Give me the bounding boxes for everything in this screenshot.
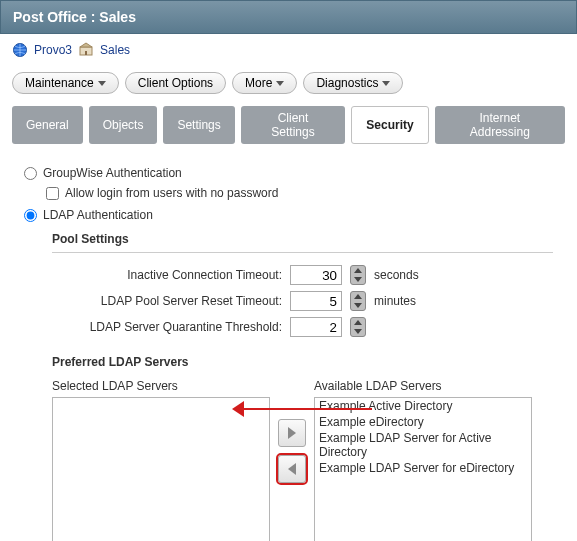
available-servers-listbox[interactable]: Example Active DirectoryExample eDirecto… — [314, 397, 532, 541]
breadcrumb-po-link[interactable]: Sales — [100, 43, 130, 57]
chevron-down-icon — [276, 81, 284, 86]
security-panel: GroupWise Authentication Allow login fro… — [0, 150, 577, 541]
inactive-timeout-stepper[interactable] — [350, 265, 366, 285]
tab-general[interactable]: General — [12, 106, 83, 144]
quarantine-threshold-input[interactable] — [290, 317, 342, 337]
allow-no-password-checkbox[interactable] — [46, 187, 59, 200]
more-menu[interactable]: More — [232, 72, 297, 94]
reset-timeout-input[interactable] — [290, 291, 342, 311]
title-bar: Post Office : Sales — [0, 0, 577, 34]
svg-rect-3 — [85, 51, 87, 55]
ldap-auth-label: LDAP Authentication — [43, 208, 153, 222]
action-toolbar: Maintenance Client Options More Diagnost… — [0, 66, 577, 100]
page-title: Post Office : Sales — [13, 9, 136, 25]
groupwise-auth-radio[interactable] — [24, 167, 37, 180]
tab-objects[interactable]: Objects — [89, 106, 158, 144]
quarantine-threshold-stepper[interactable] — [350, 317, 366, 337]
diagnostics-menu[interactable]: Diagnostics — [303, 72, 403, 94]
ldap-dual-list: Selected LDAP Servers Available LDAP Ser… — [52, 379, 553, 541]
client-options-button[interactable]: Client Options — [125, 72, 226, 94]
chevron-down-icon — [98, 81, 106, 86]
selected-servers-listbox[interactable] — [52, 397, 270, 541]
svg-marker-2 — [80, 43, 92, 47]
preferred-ldap-heading: Preferred LDAP Servers — [52, 355, 553, 369]
move-left-button[interactable] — [278, 455, 306, 483]
move-right-button[interactable] — [278, 419, 306, 447]
tab-security[interactable]: Security — [351, 106, 428, 144]
maintenance-menu[interactable]: Maintenance — [12, 72, 119, 94]
groupwise-auth-label: GroupWise Authentication — [43, 166, 182, 180]
post-office-icon — [78, 42, 94, 58]
list-item[interactable]: Example Active Directory — [315, 398, 531, 414]
quarantine-threshold-label: LDAP Server Quarantine Threshold: — [52, 320, 282, 334]
inactive-timeout-input[interactable] — [290, 265, 342, 285]
tab-client-settings[interactable]: Client Settings — [241, 106, 346, 144]
reset-timeout-unit: minutes — [374, 294, 416, 308]
available-servers-label: Available LDAP Servers — [314, 379, 532, 393]
globe-icon — [12, 42, 28, 58]
breadcrumb: Provo3 Sales — [0, 34, 577, 66]
arrow-right-icon — [288, 427, 296, 439]
inactive-timeout-label: Inactive Connection Timeout: — [52, 268, 282, 282]
pool-settings-heading: Pool Settings — [52, 232, 553, 246]
breadcrumb-org-link[interactable]: Provo3 — [34, 43, 72, 57]
chevron-down-icon — [382, 81, 390, 86]
list-item[interactable]: Example LDAP Server for Active Directory — [315, 430, 531, 460]
tab-internet-addressing[interactable]: Internet Addressing — [435, 106, 565, 144]
tab-bar: General Objects Settings Client Settings… — [0, 100, 577, 150]
list-item[interactable]: Example eDirectory — [315, 414, 531, 430]
reset-timeout-stepper[interactable] — [350, 291, 366, 311]
inactive-timeout-unit: seconds — [374, 268, 419, 282]
tab-settings[interactable]: Settings — [163, 106, 234, 144]
list-item[interactable]: Example LDAP Server for eDirectory — [315, 460, 531, 476]
allow-no-password-label: Allow login from users with no password — [65, 186, 278, 200]
reset-timeout-label: LDAP Pool Server Reset Timeout: — [52, 294, 282, 308]
selected-servers-label: Selected LDAP Servers — [52, 379, 270, 393]
arrow-left-icon — [288, 463, 296, 475]
divider — [52, 252, 553, 253]
ldap-auth-radio[interactable] — [24, 209, 37, 222]
